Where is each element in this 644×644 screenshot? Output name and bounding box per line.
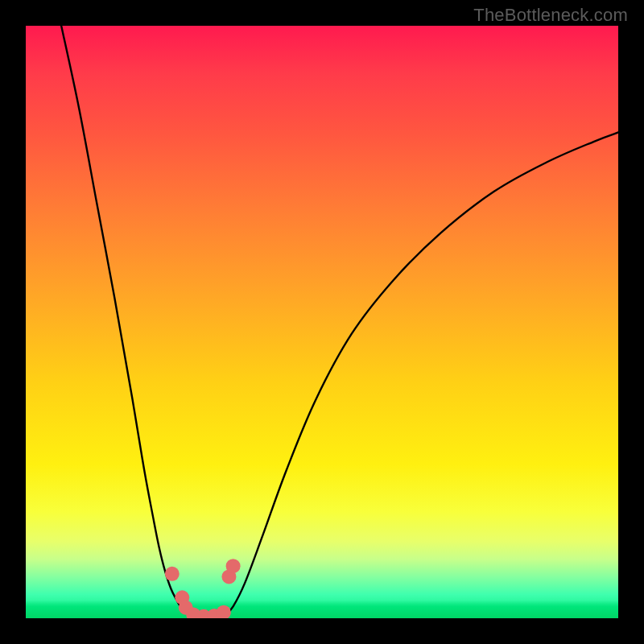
curve-markers — [165, 559, 241, 618]
plot-area — [26, 26, 618, 618]
watermark-text: TheBottleneck.com — [473, 5, 628, 26]
curve-layer — [26, 26, 618, 618]
curve-marker — [165, 567, 180, 581]
curve-marker — [217, 605, 231, 618]
bottleneck-curve — [61, 26, 618, 617]
chart-stage: TheBottleneck.com — [0, 0, 644, 644]
curve-marker — [226, 559, 241, 573]
